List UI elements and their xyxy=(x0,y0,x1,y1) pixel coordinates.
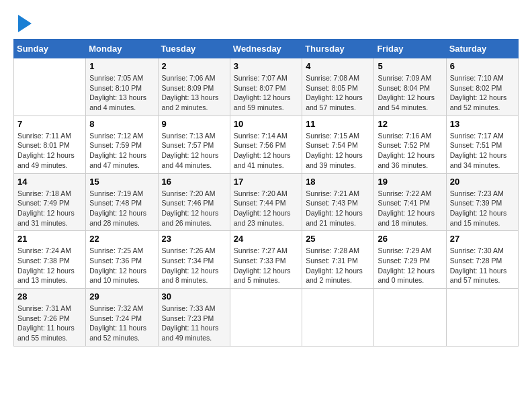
day-number: 9 xyxy=(162,119,226,129)
day-number: 26 xyxy=(378,234,442,244)
day-number: 5 xyxy=(378,61,442,71)
calendar-week-row: 14Sunrise: 7:18 AMSunset: 7:49 PMDayligh… xyxy=(14,173,519,231)
day-info: Sunrise: 7:25 AMSunset: 7:36 PMDaylight:… xyxy=(89,246,154,285)
day-info: Sunrise: 7:20 AMSunset: 7:44 PMDaylight:… xyxy=(234,189,298,228)
calendar-week-row: 21Sunrise: 7:24 AMSunset: 7:38 PMDayligh… xyxy=(14,231,519,289)
day-number: 10 xyxy=(234,119,298,129)
calendar-cell: 27Sunrise: 7:30 AMSunset: 7:28 PMDayligh… xyxy=(446,231,518,289)
day-number: 21 xyxy=(17,234,82,244)
calendar-cell xyxy=(374,289,446,347)
day-number: 13 xyxy=(450,119,515,129)
day-info: Sunrise: 7:06 AMSunset: 8:09 PMDaylight:… xyxy=(162,73,226,113)
day-info: Sunrise: 7:22 AMSunset: 7:41 PMDaylight:… xyxy=(378,189,442,228)
calendar-cell xyxy=(14,58,86,116)
calendar-cell: 17Sunrise: 7:20 AMSunset: 7:44 PMDayligh… xyxy=(230,173,302,231)
day-info: Sunrise: 7:18 AMSunset: 7:49 PMDaylight:… xyxy=(17,189,82,228)
day-info: Sunrise: 7:07 AMSunset: 8:07 PMDaylight:… xyxy=(234,73,298,113)
day-info: Sunrise: 7:13 AMSunset: 7:57 PMDaylight:… xyxy=(162,131,226,171)
day-info: Sunrise: 7:21 AMSunset: 7:43 PMDaylight:… xyxy=(306,189,370,228)
day-number: 24 xyxy=(234,234,298,244)
day-info: Sunrise: 7:20 AMSunset: 7:46 PMDaylight:… xyxy=(162,189,226,228)
day-info: Sunrise: 7:27 AMSunset: 7:33 PMDaylight:… xyxy=(234,246,298,285)
weekday-header-thursday: Thursday xyxy=(302,40,374,58)
weekday-header-sunday: Sunday xyxy=(14,40,86,58)
page-header xyxy=(13,13,519,32)
day-info: Sunrise: 7:33 AMSunset: 7:23 PMDaylight:… xyxy=(162,304,226,343)
calendar-cell: 16Sunrise: 7:20 AMSunset: 7:46 PMDayligh… xyxy=(158,173,230,231)
weekday-header-tuesday: Tuesday xyxy=(158,40,230,58)
day-number: 28 xyxy=(17,291,82,302)
calendar-cell: 14Sunrise: 7:18 AMSunset: 7:49 PMDayligh… xyxy=(14,173,86,231)
day-number: 23 xyxy=(162,234,226,244)
calendar-cell: 24Sunrise: 7:27 AMSunset: 7:33 PMDayligh… xyxy=(230,231,302,289)
day-number: 30 xyxy=(162,291,226,302)
day-info: Sunrise: 7:17 AMSunset: 7:51 PMDaylight:… xyxy=(450,131,515,171)
calendar-table: SundayMondayTuesdayWednesdayThursdayFrid… xyxy=(13,39,519,347)
logo xyxy=(13,13,32,32)
day-number: 27 xyxy=(450,234,515,244)
calendar-cell: 20Sunrise: 7:23 AMSunset: 7:39 PMDayligh… xyxy=(446,173,518,231)
day-number: 8 xyxy=(89,119,154,129)
day-number: 4 xyxy=(306,61,370,71)
day-info: Sunrise: 7:14 AMSunset: 7:56 PMDaylight:… xyxy=(234,131,298,171)
day-info: Sunrise: 7:29 AMSunset: 7:29 PMDaylight:… xyxy=(378,246,442,285)
calendar-cell: 3Sunrise: 7:07 AMSunset: 8:07 PMDaylight… xyxy=(230,58,302,116)
day-number: 6 xyxy=(450,61,515,71)
weekday-header-row: SundayMondayTuesdayWednesdayThursdayFrid… xyxy=(14,40,519,58)
day-info: Sunrise: 7:24 AMSunset: 7:38 PMDaylight:… xyxy=(17,246,82,285)
calendar-cell: 30Sunrise: 7:33 AMSunset: 7:23 PMDayligh… xyxy=(158,289,230,347)
calendar-cell: 7Sunrise: 7:11 AMSunset: 8:01 PMDaylight… xyxy=(14,116,86,173)
day-number: 12 xyxy=(378,119,442,129)
day-number: 11 xyxy=(306,119,370,129)
day-number: 29 xyxy=(89,291,154,302)
calendar-cell: 8Sunrise: 7:12 AMSunset: 7:59 PMDaylight… xyxy=(86,116,158,173)
calendar-cell: 25Sunrise: 7:28 AMSunset: 7:31 PMDayligh… xyxy=(302,231,374,289)
calendar-cell: 22Sunrise: 7:25 AMSunset: 7:36 PMDayligh… xyxy=(86,231,158,289)
calendar-cell: 29Sunrise: 7:32 AMSunset: 7:24 PMDayligh… xyxy=(86,289,158,347)
day-number: 17 xyxy=(234,177,298,187)
day-number: 25 xyxy=(306,234,370,244)
day-number: 19 xyxy=(378,177,442,187)
calendar-cell: 5Sunrise: 7:09 AMSunset: 8:04 PMDaylight… xyxy=(374,58,446,116)
calendar-week-row: 7Sunrise: 7:11 AMSunset: 8:01 PMDaylight… xyxy=(14,116,519,173)
calendar-cell: 23Sunrise: 7:26 AMSunset: 7:34 PMDayligh… xyxy=(158,231,230,289)
weekday-header-monday: Monday xyxy=(86,40,158,58)
day-info: Sunrise: 7:26 AMSunset: 7:34 PMDaylight:… xyxy=(162,246,226,285)
calendar-cell: 6Sunrise: 7:10 AMSunset: 8:02 PMDaylight… xyxy=(446,58,518,116)
calendar-cell: 26Sunrise: 7:29 AMSunset: 7:29 PMDayligh… xyxy=(374,231,446,289)
day-info: Sunrise: 7:15 AMSunset: 7:54 PMDaylight:… xyxy=(306,131,370,171)
weekday-header-friday: Friday xyxy=(374,40,446,58)
day-info: Sunrise: 7:30 AMSunset: 7:28 PMDaylight:… xyxy=(450,246,515,285)
weekday-header-saturday: Saturday xyxy=(446,40,518,58)
day-info: Sunrise: 7:12 AMSunset: 7:59 PMDaylight:… xyxy=(89,131,154,171)
day-number: 22 xyxy=(89,234,154,244)
day-info: Sunrise: 7:28 AMSunset: 7:31 PMDaylight:… xyxy=(306,246,370,285)
day-number: 16 xyxy=(162,177,226,187)
calendar-cell: 18Sunrise: 7:21 AMSunset: 7:43 PMDayligh… xyxy=(302,173,374,231)
calendar-week-row: 1Sunrise: 7:05 AMSunset: 8:10 PMDaylight… xyxy=(14,58,519,116)
day-info: Sunrise: 7:11 AMSunset: 8:01 PMDaylight:… xyxy=(17,131,82,171)
calendar-cell: 19Sunrise: 7:22 AMSunset: 7:41 PMDayligh… xyxy=(374,173,446,231)
calendar-cell: 28Sunrise: 7:31 AMSunset: 7:26 PMDayligh… xyxy=(14,289,86,347)
day-number: 1 xyxy=(89,61,154,71)
calendar-cell: 21Sunrise: 7:24 AMSunset: 7:38 PMDayligh… xyxy=(14,231,86,289)
day-info: Sunrise: 7:10 AMSunset: 8:02 PMDaylight:… xyxy=(450,73,515,113)
calendar-cell xyxy=(446,289,518,347)
day-number: 18 xyxy=(306,177,370,187)
calendar-cell: 1Sunrise: 7:05 AMSunset: 8:10 PMDaylight… xyxy=(86,58,158,116)
day-number: 3 xyxy=(234,61,298,71)
day-info: Sunrise: 7:19 AMSunset: 7:48 PMDaylight:… xyxy=(89,189,154,228)
day-info: Sunrise: 7:09 AMSunset: 8:04 PMDaylight:… xyxy=(378,73,442,113)
calendar-cell: 9Sunrise: 7:13 AMSunset: 7:57 PMDaylight… xyxy=(158,116,230,173)
day-info: Sunrise: 7:31 AMSunset: 7:26 PMDaylight:… xyxy=(17,304,82,343)
calendar-cell xyxy=(302,289,374,347)
calendar-cell: 13Sunrise: 7:17 AMSunset: 7:51 PMDayligh… xyxy=(446,116,518,173)
day-info: Sunrise: 7:08 AMSunset: 8:05 PMDaylight:… xyxy=(306,73,370,113)
day-info: Sunrise: 7:16 AMSunset: 7:52 PMDaylight:… xyxy=(378,131,442,171)
calendar-cell xyxy=(230,289,302,347)
calendar-cell: 4Sunrise: 7:08 AMSunset: 8:05 PMDaylight… xyxy=(302,58,374,116)
calendar-week-row: 28Sunrise: 7:31 AMSunset: 7:26 PMDayligh… xyxy=(14,289,519,347)
logo-arrow-icon xyxy=(18,15,32,32)
calendar-cell: 10Sunrise: 7:14 AMSunset: 7:56 PMDayligh… xyxy=(230,116,302,173)
calendar-cell: 2Sunrise: 7:06 AMSunset: 8:09 PMDaylight… xyxy=(158,58,230,116)
